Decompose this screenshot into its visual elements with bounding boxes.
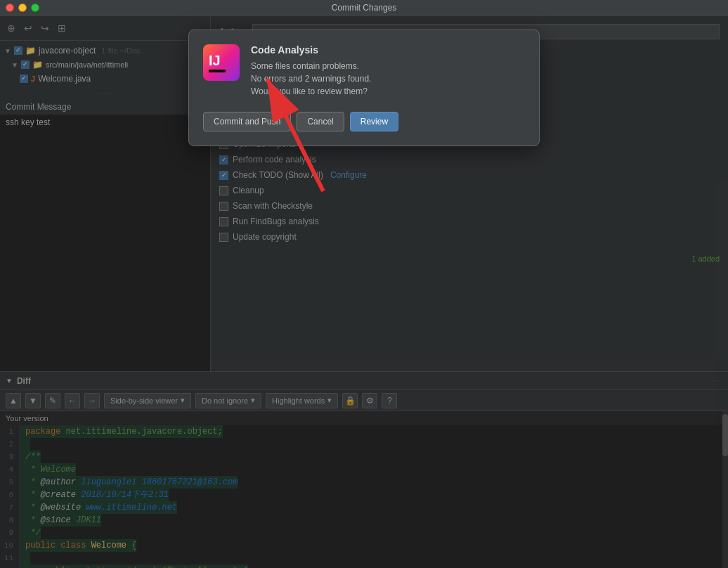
code-analysis-modal: IJ Code Analysis Some files contain prob… [188,30,540,146]
modal-header: IJ Code Analysis Some files contain prob… [203,44,525,98]
modal-text-content: Code Analysis Some files contain problem… [251,44,371,98]
svg-rect-1 [209,70,226,72]
close-button[interactable] [6,4,14,12]
svg-text:IJ: IJ [209,53,221,68]
intellij-logo: IJ [203,44,240,81]
review-button[interactable]: Review [350,112,398,131]
modal-buttons: Commit and Push Cancel Review [203,112,525,131]
window-title: Commit Changes [332,3,397,13]
modal-title: Code Analysis [251,44,371,56]
minimize-button[interactable] [18,4,27,12]
commit-push-button[interactable]: Commit and Push [203,112,291,131]
title-bar: Commit Changes [0,0,728,15]
cancel-button[interactable]: Cancel [297,112,344,131]
modal-overlay: IJ Code Analysis Some files contain prob… [0,15,728,568]
window-controls [6,4,39,12]
maximize-button[interactable] [31,4,39,12]
modal-body: Some files contain problems.No errors an… [251,60,371,98]
